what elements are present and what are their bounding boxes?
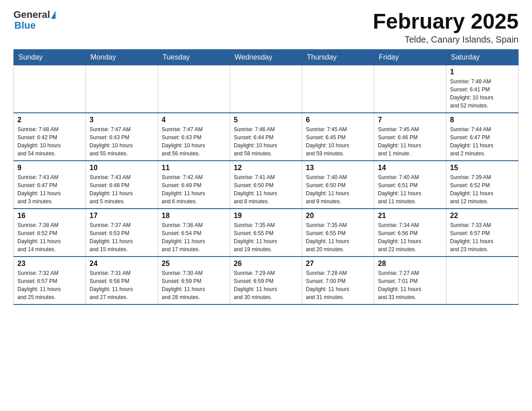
day-number: 12	[234, 164, 298, 172]
day-info: Sunrise: 7:45 AM Sunset: 6:46 PM Dayligh…	[378, 125, 442, 158]
calendar-cell: 17Sunrise: 7:37 AM Sunset: 6:53 PM Dayli…	[86, 209, 158, 257]
calendar-title: February 2025	[373, 9, 519, 34]
title-block: February 2025 Telde, Canary Islands, Spa…	[373, 9, 519, 45]
calendar-cell: 4Sunrise: 7:47 AM Sunset: 6:43 PM Daylig…	[158, 113, 230, 161]
calendar-week-row: 2Sunrise: 7:48 AM Sunset: 6:42 PM Daylig…	[14, 113, 519, 161]
calendar-cell: 20Sunrise: 7:35 AM Sunset: 6:55 PM Dayli…	[302, 209, 374, 257]
day-info: Sunrise: 7:45 AM Sunset: 6:45 PM Dayligh…	[306, 125, 370, 158]
day-number: 6	[306, 116, 370, 124]
day-info: Sunrise: 7:34 AM Sunset: 6:56 PM Dayligh…	[378, 221, 442, 253]
day-number: 23	[17, 260, 82, 268]
page-header: General Blue February 2025 Telde, Canary…	[13, 9, 519, 45]
calendar-table: SundayMondayTuesdayWednesdayThursdayFrid…	[13, 49, 519, 305]
calendar-cell: 19Sunrise: 7:35 AM Sunset: 6:55 PM Dayli…	[230, 209, 302, 257]
day-info: Sunrise: 7:47 AM Sunset: 6:43 PM Dayligh…	[90, 125, 154, 158]
calendar-cell	[158, 65, 230, 113]
calendar-cell: 14Sunrise: 7:40 AM Sunset: 6:51 PM Dayli…	[374, 161, 446, 209]
day-number: 7	[378, 116, 442, 124]
calendar-cell	[86, 65, 158, 113]
day-of-week-header: Wednesday	[230, 50, 302, 65]
day-of-week-header: Friday	[374, 50, 446, 65]
day-of-week-header: Thursday	[302, 50, 374, 65]
logo-general-text: General	[13, 9, 50, 21]
calendar-cell: 21Sunrise: 7:34 AM Sunset: 6:56 PM Dayli…	[374, 209, 446, 257]
calendar-cell: 22Sunrise: 7:33 AM Sunset: 6:57 PM Dayli…	[446, 209, 519, 257]
day-info: Sunrise: 7:33 AM Sunset: 6:57 PM Dayligh…	[450, 221, 515, 253]
day-of-week-header: Monday	[86, 50, 158, 65]
day-info: Sunrise: 7:29 AM Sunset: 6:59 PM Dayligh…	[234, 269, 298, 301]
calendar-cell	[302, 65, 374, 113]
day-of-week-header: Sunday	[14, 50, 86, 65]
calendar-cell: 28Sunrise: 7:27 AM Sunset: 7:01 PM Dayli…	[374, 257, 446, 304]
day-number: 3	[90, 116, 154, 124]
calendar-cell: 7Sunrise: 7:45 AM Sunset: 6:46 PM Daylig…	[374, 113, 446, 161]
day-number: 27	[306, 260, 370, 268]
calendar-cell: 24Sunrise: 7:31 AM Sunset: 6:58 PM Dayli…	[86, 257, 158, 304]
calendar-week-row: 23Sunrise: 7:32 AM Sunset: 6:57 PM Dayli…	[14, 257, 519, 304]
day-number: 19	[234, 212, 298, 220]
day-info: Sunrise: 7:36 AM Sunset: 6:54 PM Dayligh…	[162, 221, 226, 253]
day-number: 17	[90, 212, 154, 220]
day-info: Sunrise: 7:48 AM Sunset: 6:42 PM Dayligh…	[17, 125, 82, 158]
day-number: 4	[162, 116, 226, 124]
calendar-cell: 23Sunrise: 7:32 AM Sunset: 6:57 PM Dayli…	[14, 257, 86, 304]
calendar-cell: 26Sunrise: 7:29 AM Sunset: 6:59 PM Dayli…	[230, 257, 302, 304]
calendar-cell: 25Sunrise: 7:30 AM Sunset: 6:59 PM Dayli…	[158, 257, 230, 304]
day-info: Sunrise: 7:27 AM Sunset: 7:01 PM Dayligh…	[378, 269, 442, 301]
day-info: Sunrise: 7:40 AM Sunset: 6:51 PM Dayligh…	[378, 173, 442, 206]
day-number: 14	[378, 164, 442, 172]
calendar-cell: 3Sunrise: 7:47 AM Sunset: 6:43 PM Daylig…	[86, 113, 158, 161]
day-number: 8	[450, 116, 515, 124]
calendar-cell	[14, 65, 86, 113]
day-number: 21	[378, 212, 442, 220]
calendar-cell: 2Sunrise: 7:48 AM Sunset: 6:42 PM Daylig…	[14, 113, 86, 161]
calendar-week-row: 9Sunrise: 7:43 AM Sunset: 6:47 PM Daylig…	[14, 161, 519, 209]
day-number: 9	[17, 164, 82, 172]
day-info: Sunrise: 7:35 AM Sunset: 6:55 PM Dayligh…	[306, 221, 370, 253]
day-number: 16	[17, 212, 82, 220]
calendar-cell: 10Sunrise: 7:43 AM Sunset: 6:48 PM Dayli…	[86, 161, 158, 209]
calendar-cell: 11Sunrise: 7:42 AM Sunset: 6:49 PM Dayli…	[158, 161, 230, 209]
day-of-week-header: Tuesday	[158, 50, 230, 65]
day-number: 20	[306, 212, 370, 220]
day-info: Sunrise: 7:35 AM Sunset: 6:55 PM Dayligh…	[234, 221, 298, 253]
calendar-cell	[230, 65, 302, 113]
calendar-cell: 1Sunrise: 7:48 AM Sunset: 6:41 PM Daylig…	[446, 65, 519, 113]
day-of-week-header: Saturday	[446, 50, 519, 65]
calendar-week-row: 16Sunrise: 7:38 AM Sunset: 6:52 PM Dayli…	[14, 209, 519, 257]
day-number: 10	[90, 164, 154, 172]
calendar-cell: 8Sunrise: 7:44 AM Sunset: 6:47 PM Daylig…	[446, 113, 519, 161]
day-info: Sunrise: 7:32 AM Sunset: 6:57 PM Dayligh…	[17, 269, 82, 301]
day-number: 26	[234, 260, 298, 268]
calendar-cell: 27Sunrise: 7:28 AM Sunset: 7:00 PM Dayli…	[302, 257, 374, 304]
day-info: Sunrise: 7:44 AM Sunset: 6:47 PM Dayligh…	[450, 125, 515, 158]
day-number: 24	[90, 260, 154, 268]
day-info: Sunrise: 7:38 AM Sunset: 6:52 PM Dayligh…	[17, 221, 82, 253]
calendar-week-row: 1Sunrise: 7:48 AM Sunset: 6:41 PM Daylig…	[14, 65, 519, 113]
day-info: Sunrise: 7:41 AM Sunset: 6:50 PM Dayligh…	[234, 173, 298, 206]
day-number: 28	[378, 260, 442, 268]
day-number: 13	[306, 164, 370, 172]
logo-blue-text: Blue	[13, 20, 36, 31]
day-info: Sunrise: 7:28 AM Sunset: 7:00 PM Dayligh…	[306, 269, 370, 301]
day-info: Sunrise: 7:47 AM Sunset: 6:43 PM Dayligh…	[162, 125, 226, 158]
day-info: Sunrise: 7:46 AM Sunset: 6:44 PM Dayligh…	[234, 125, 298, 158]
day-info: Sunrise: 7:30 AM Sunset: 6:59 PM Dayligh…	[162, 269, 226, 301]
location: Telde, Canary Islands, Spain	[373, 34, 519, 45]
day-number: 15	[450, 164, 515, 172]
day-number: 5	[234, 116, 298, 124]
calendar-cell: 5Sunrise: 7:46 AM Sunset: 6:44 PM Daylig…	[230, 113, 302, 161]
day-info: Sunrise: 7:48 AM Sunset: 6:41 PM Dayligh…	[450, 77, 515, 110]
day-info: Sunrise: 7:39 AM Sunset: 6:52 PM Dayligh…	[450, 173, 515, 206]
day-info: Sunrise: 7:42 AM Sunset: 6:49 PM Dayligh…	[162, 173, 226, 206]
day-number: 18	[162, 212, 226, 220]
day-info: Sunrise: 7:43 AM Sunset: 6:47 PM Dayligh…	[17, 173, 82, 206]
day-info: Sunrise: 7:43 AM Sunset: 6:48 PM Dayligh…	[90, 173, 154, 206]
day-number: 25	[162, 260, 226, 268]
calendar-cell: 18Sunrise: 7:36 AM Sunset: 6:54 PM Dayli…	[158, 209, 230, 257]
logo-triangle-icon	[51, 11, 56, 19]
day-info: Sunrise: 7:31 AM Sunset: 6:58 PM Dayligh…	[90, 269, 154, 301]
day-number: 11	[162, 164, 226, 172]
calendar-cell: 13Sunrise: 7:40 AM Sunset: 6:50 PM Dayli…	[302, 161, 374, 209]
day-number: 22	[450, 212, 515, 220]
